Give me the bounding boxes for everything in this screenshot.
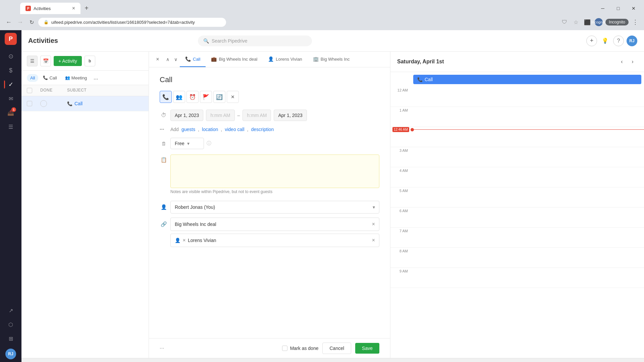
add-guests-link[interactable]: guests xyxy=(181,127,195,132)
sidebar-item-contacts[interactable]: ☰ xyxy=(4,120,17,133)
maximize-btn[interactable]: □ xyxy=(610,3,626,14)
address-bar[interactable]: 🔒 uifeed.pipedrive.com/activities/list/u… xyxy=(38,18,226,27)
end-time-input[interactable]: h:mm AM xyxy=(243,110,271,121)
panel-tab-org[interactable]: 🏢 Big Wheels Inc xyxy=(308,52,355,67)
sidebar-item-apps[interactable]: ⊞ xyxy=(4,332,17,345)
datetime-row: ⏱ Apr 1, 2023 h:mm AM – h:mm AM Apr 1, 2… xyxy=(160,110,379,121)
mark-done-checkbox[interactable] xyxy=(282,346,287,351)
header-done: Done xyxy=(40,88,67,93)
sidebar-item-products[interactable]: ⬡ xyxy=(4,318,17,331)
refresh-button[interactable]: ↻ xyxy=(27,17,36,27)
add-button[interactable]: + xyxy=(586,36,597,46)
forward-button[interactable]: → xyxy=(15,17,25,27)
minimize-btn[interactable]: ─ xyxy=(595,3,610,14)
sidebar-item-reports[interactable]: ↗ xyxy=(4,304,17,317)
profile-icon[interactable]: Incognito xyxy=(594,17,603,27)
add-video-link[interactable]: video call xyxy=(225,127,244,132)
type-btn-clock[interactable]: ⏰ xyxy=(186,91,199,103)
cancel-button[interactable]: Cancel xyxy=(322,343,351,354)
type-btn-refresh[interactable]: 🔄 xyxy=(213,91,225,103)
row-done-circle[interactable] xyxy=(40,100,67,107)
panel-nav-down[interactable]: ∨ xyxy=(172,55,180,63)
start-date-input[interactable]: Apr 1, 2023 xyxy=(170,110,203,121)
type-btn-flag[interactable]: 🚩 xyxy=(200,91,212,103)
panel-tab-person[interactable]: 👤 Lorens Vivian xyxy=(263,52,308,67)
sidebar-item-deals[interactable]: $ xyxy=(4,64,17,77)
link-icon: 🔗 xyxy=(160,220,168,228)
status-select[interactable]: Free ▾ xyxy=(170,138,204,149)
help-icon[interactable]: ? xyxy=(613,36,624,46)
search-bar[interactable]: 🔍 Search Pipedrive xyxy=(198,36,312,46)
row-checkbox[interactable] xyxy=(27,101,40,106)
panel-nav-up[interactable]: ∧ xyxy=(164,55,172,63)
linked-person-clear-btn[interactable]: × xyxy=(372,237,375,243)
save-button[interactable]: Save xyxy=(355,343,379,354)
meeting-filter-icon: 👥 xyxy=(65,75,70,80)
time-slot-4am: 4 AM xyxy=(390,167,644,187)
assigned-select[interactable]: Robert Jonas (You) ▾ xyxy=(170,201,379,214)
footer-more-icon[interactable]: ··· xyxy=(160,345,164,351)
end-date-input[interactable]: Apr 1, 2023 xyxy=(274,110,307,121)
time-label-7am: 7 AM xyxy=(390,228,411,247)
notes-textarea[interactable] xyxy=(170,155,379,188)
back-button[interactable]: ← xyxy=(4,17,13,27)
sidebar-logo[interactable]: P xyxy=(5,33,17,45)
sidebar-item-home[interactable]: ⊙ xyxy=(4,50,17,63)
content-area: ☰ 📅 + Activity b All 📞 Call 👥 Meeting xyxy=(21,52,644,358)
filter-tab-all[interactable]: All xyxy=(27,74,38,82)
time-label-6am: 6 AM xyxy=(390,207,411,227)
star-icon[interactable]: ☆ xyxy=(571,17,581,27)
add-description-link[interactable]: description xyxy=(251,127,274,132)
calendar-prev-btn[interactable]: ‹ xyxy=(617,57,627,66)
panel-close-btn[interactable]: × xyxy=(153,55,162,64)
tab-close-btn[interactable]: × xyxy=(72,5,75,11)
panel-tab-call[interactable]: 📞 Call xyxy=(180,52,206,67)
calendar-view-btn[interactable]: 📅 xyxy=(40,56,51,66)
filter-btn[interactable]: b xyxy=(85,56,95,66)
person-x-btn[interactable]: ✕ xyxy=(182,238,186,243)
panel-tab-deal[interactable]: 💼 Big Wheels Inc deal xyxy=(206,52,263,67)
linked-deal-clear-btn[interactable]: × xyxy=(372,221,375,227)
close-btn[interactable]: ✕ xyxy=(626,3,641,14)
bottom-scrollbar[interactable] xyxy=(21,358,644,362)
browser-menu-icon[interactable]: ⋮ xyxy=(631,17,640,27)
current-time-line xyxy=(414,129,644,130)
extension-icon[interactable]: ⬛ xyxy=(583,17,592,27)
calendar-next-btn[interactable]: › xyxy=(628,57,637,66)
type-btn-person[interactable]: 👥 xyxy=(173,91,185,103)
header-checkbox[interactable] xyxy=(27,88,40,93)
new-activity-button[interactable]: + Activity xyxy=(54,56,82,66)
type-btn-close[interactable]: ✕ xyxy=(227,91,239,103)
start-time-input[interactable]: h:mm AM xyxy=(206,110,234,121)
time-label-9am: 9 AM xyxy=(390,268,411,288)
list-view-btn[interactable]: ☰ xyxy=(27,56,38,66)
more-options-icon[interactable]: ··· xyxy=(160,126,168,132)
calendar-panel: Saturday, April 1st ‹ › 📞 Call xyxy=(390,52,644,358)
sidebar-item-mail[interactable]: ✉ xyxy=(4,92,17,105)
mark-done-label[interactable]: Mark as done xyxy=(282,346,319,351)
filter-tab-more[interactable]: ... xyxy=(92,73,100,82)
filter-tab-meeting[interactable]: 👥 Meeting xyxy=(62,74,90,82)
activity-title-input[interactable] xyxy=(160,75,379,84)
add-location-link[interactable]: location xyxy=(202,127,218,132)
table-row[interactable]: 📞 Call xyxy=(21,96,149,111)
sidebar-avatar[interactable]: RJ xyxy=(5,349,16,359)
add-links-row: ··· Add guests , location , video call ,… xyxy=(160,126,379,132)
browser-tab[interactable]: P Activities × xyxy=(20,3,80,14)
linked-deal-field[interactable]: Big Wheels Inc deal × xyxy=(170,218,379,231)
calendar-body: 12:46 AM 12 AM 1 AM xyxy=(390,87,644,358)
time-content-5am xyxy=(411,187,644,207)
lightbulb-icon[interactable]: 💡 xyxy=(600,36,610,46)
calendar-event-call[interactable]: 📞 Call xyxy=(413,75,641,84)
sidebar-item-activities[interactable]: ✓ xyxy=(4,78,17,91)
filter-tab-call[interactable]: 📞 Call xyxy=(40,74,60,82)
sidebar-item-inbox[interactable]: 📥 1 xyxy=(4,106,17,119)
linked-person-field[interactable]: 👤 ✕ Lorens Vivian × xyxy=(170,234,379,247)
type-btn-call[interactable]: 📞 xyxy=(160,91,172,103)
time-label-8am: 8 AM xyxy=(390,248,411,267)
search-placeholder: Search Pipedrive xyxy=(212,38,248,44)
time-content-6am xyxy=(411,207,644,227)
status-info-icon[interactable]: ⓘ xyxy=(207,140,211,146)
user-avatar[interactable]: RJ xyxy=(627,36,637,46)
new-tab-button[interactable]: + xyxy=(82,3,91,13)
